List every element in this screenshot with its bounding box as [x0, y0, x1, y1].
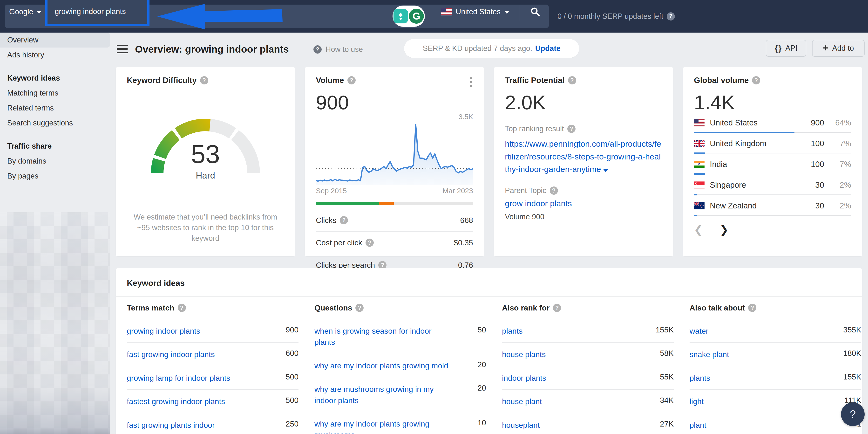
help-icon[interactable]: ?: [667, 12, 675, 21]
sidebar-item-overview[interactable]: Overview: [0, 33, 110, 48]
page-title: Overview: growing indoor plants: [135, 44, 289, 55]
country-bar-fill: [694, 152, 705, 154]
help-icon[interactable]: ?: [568, 76, 576, 84]
sidebar-item-matching-terms[interactable]: Matching terms: [0, 86, 113, 100]
help-icon[interactable]: ?: [340, 216, 348, 224]
keyword-link[interactable]: plants: [502, 325, 523, 337]
help-icon[interactable]: ?: [178, 304, 186, 312]
bar-segment: [379, 202, 394, 205]
keyword-link[interactable]: growing indoor plants: [127, 325, 200, 337]
keyword-link[interactable]: indoor plants: [502, 373, 546, 383]
volume-metric-row: Cost per click?$0.35: [316, 234, 473, 251]
serp-quota: 0 / 0 monthly SERP updates left ?: [557, 0, 675, 33]
country-row: New Zealand302%: [694, 198, 851, 219]
country-selector[interactable]: United States: [437, 0, 514, 23]
keyword-link[interactable]: why are my indoor plants growing mold: [314, 360, 448, 371]
grammarly-extension-icon[interactable]: G: [409, 9, 424, 24]
pagination-prev-icon[interactable]: ❮: [694, 224, 703, 235]
country-bar-track: [694, 195, 851, 195]
country-bar-track: [694, 174, 851, 174]
keyword-link[interactable]: why are my indoor plants growing mushroo…: [314, 418, 450, 434]
help-icon[interactable]: ?: [752, 76, 760, 84]
how-to-use-link[interactable]: ? How to use: [313, 45, 363, 54]
keyword-link[interactable]: house plant: [502, 396, 542, 407]
volume-trend-chart: [316, 123, 473, 185]
keyword-link[interactable]: water: [689, 325, 708, 337]
keyword-row: fast growing indoor plants600: [127, 343, 299, 366]
keyword-volume: 500: [286, 373, 299, 383]
volume-value: 900: [316, 91, 473, 114]
keyword-link[interactable]: house plants: [502, 349, 546, 360]
keyword-row: plant1: [689, 413, 861, 434]
country-name[interactable]: United States: [710, 118, 792, 127]
keyword-volume: 27K: [660, 419, 674, 431]
parent-topic-link[interactable]: grow indoor plants: [505, 199, 662, 208]
country-row: Singapore302%: [694, 178, 851, 198]
keyword-link[interactable]: fast growing indoor plants: [127, 349, 215, 360]
country-name[interactable]: India: [710, 160, 792, 169]
help-icon[interactable]: ?: [567, 125, 576, 133]
sidebar-item-by-pages[interactable]: By pages: [0, 169, 113, 183]
country-volume: 30: [798, 180, 824, 190]
search-engine-dropdown[interactable]: Google: [7, 0, 44, 23]
update-button[interactable]: Update: [535, 44, 561, 53]
blurred-sidebar-region: [0, 212, 110, 434]
keyword-link[interactable]: light: [689, 396, 704, 407]
country-name[interactable]: Singapore: [710, 180, 792, 190]
keyword-link[interactable]: fastest growing indoor plants: [127, 396, 225, 407]
help-icon[interactable]: ?: [378, 261, 386, 269]
help-icon[interactable]: ?: [748, 304, 756, 312]
keyword-link[interactable]: snake plant: [689, 349, 729, 360]
search-submit-button[interactable]: [523, 0, 548, 23]
clicks-distribution-bar: [316, 202, 473, 205]
help-icon[interactable]: ?: [553, 304, 561, 312]
top-ranking-url-text: https://www.pennington.com/all-products/…: [505, 139, 661, 174]
column-header: Terms match: [127, 303, 174, 312]
country-name[interactable]: New Zealand: [710, 201, 792, 210]
keyword-volume: 180K: [843, 349, 861, 360]
keyword-link[interactable]: fast growing plants indoor: [127, 419, 215, 431]
sidebar-item-related-terms[interactable]: Related terms: [0, 100, 113, 116]
keyword-link[interactable]: when is growing season for indoor plants: [314, 325, 450, 348]
keyword-link[interactable]: growing lamp for indoor plants: [127, 373, 230, 383]
country-bar-fill: [694, 173, 705, 175]
kebab-menu-icon[interactable]: [467, 77, 474, 89]
keyword-link[interactable]: houseplant: [502, 419, 540, 431]
svg-text:Hard: Hard: [196, 171, 215, 180]
sidebar-item-ads-history[interactable]: Ads history: [0, 48, 113, 62]
country-bar-fill: [694, 215, 697, 216]
keyword-volume: 355K: [843, 325, 861, 337]
keyword-volume: 58K: [660, 349, 674, 360]
keyword-link[interactable]: plant: [689, 419, 706, 431]
chevron-down-icon: [37, 11, 41, 14]
floating-help-button[interactable]: ?: [841, 402, 865, 426]
help-icon[interactable]: ?: [366, 239, 374, 247]
how-to-use-label: How to use: [326, 45, 363, 54]
lightbulb-extension-icon[interactable]: [394, 9, 408, 23]
us-flag-icon: [694, 119, 705, 126]
top-ranking-label: Top ranking result: [505, 124, 564, 133]
help-icon[interactable]: ?: [200, 76, 208, 84]
kd-gauge: 53Hard: [116, 103, 295, 184]
api-button[interactable]: { } API: [766, 40, 806, 57]
plus-icon: +: [823, 42, 829, 53]
country-volume: 900: [798, 118, 824, 127]
hamburger-menu-icon[interactable]: [117, 45, 128, 54]
help-icon[interactable]: ?: [355, 304, 364, 312]
sidebar-item-by-domains[interactable]: By domains: [0, 154, 113, 169]
top-ranking-url-link[interactable]: https://www.pennington.com/all-products/…: [505, 138, 662, 176]
country-name[interactable]: United Kingdom: [710, 139, 792, 148]
keyword-row: house plants58K: [502, 343, 674, 366]
help-icon: ?: [313, 45, 322, 54]
pagination-next-icon[interactable]: ❯: [720, 224, 728, 235]
column-header: Also talk about: [689, 303, 745, 312]
tp-card-title: Traffic Potential: [505, 76, 565, 85]
help-icon[interactable]: ?: [347, 76, 355, 84]
help-icon[interactable]: ?: [550, 186, 558, 195]
keyword-link[interactable]: plants: [689, 373, 710, 383]
keyword-link[interactable]: why are mushrooms growing in my indoor p…: [314, 383, 450, 406]
keyword-search-input[interactable]: growing indoor plants: [45, 0, 150, 26]
add-to-button[interactable]: + Add to: [812, 40, 865, 57]
kd-card-title: Keyword Difficulty: [127, 76, 197, 85]
sidebar-item-search-suggestions[interactable]: Search suggestions: [0, 116, 113, 131]
